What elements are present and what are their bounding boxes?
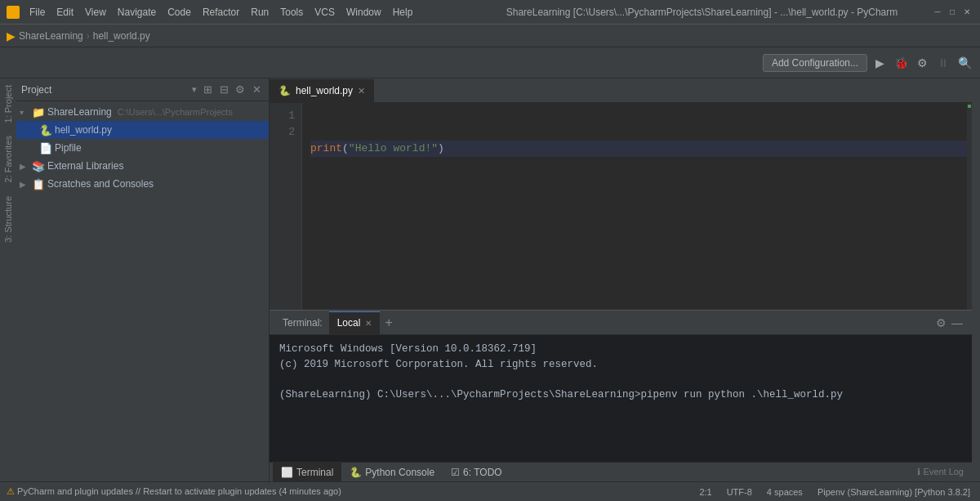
editor-tabs: 🐍 hell_world.py ✕ — [270, 78, 972, 103]
statusbar-indent[interactable]: 4 spaces — [764, 487, 806, 497]
menu-navigate[interactable]: Navigate — [113, 5, 161, 20]
terminal-tabs-bar: Terminal: Local ✕ + ⚙ — — [270, 311, 972, 335]
titlebar: File Edit View Navigate Code Refactor Ru… — [0, 0, 980, 25]
python-file-icon: 🐍 — [39, 124, 52, 136]
terminal-line-1: Microsoft Windows [Version 10.0.18362.71… — [279, 342, 962, 357]
tree-label-hell-world: hell_world.py — [55, 124, 112, 136]
right-scrollbar[interactable] — [972, 78, 980, 481]
terminal-tab-icon: ⬜ — [281, 467, 293, 478]
terminal-content[interactable]: Microsoft Windows [Version 10.0.18362.71… — [270, 335, 972, 462]
event-log-btn[interactable]: ℹ Event Log — [912, 467, 969, 477]
collapse-icon[interactable]: ⊞ — [200, 83, 215, 97]
vtab-structure[interactable]: 3: Structure — [0, 190, 16, 249]
center-area: 🐍 hell_world.py ✕ 1 2 print("Hello world… — [270, 78, 972, 481]
tree-label-pipfile: Pipfile — [55, 142, 82, 154]
project-panel-header: Project ▾ ⊞ ⊟ ⚙ ✕ — [16, 78, 269, 101]
terminal-line-2: (c) 2019 Microsoft Corporation. All righ… — [279, 357, 962, 373]
statusbar: ⚠ PyCharm and plugin updates // Restart … — [0, 481, 980, 501]
breadcrumb-sep: › — [87, 30, 90, 42]
tree-sublabel-root: C:\Users\...\PycharmProjects — [118, 107, 233, 117]
maximize-button[interactable]: □ — [946, 6, 959, 19]
event-log-label: Event Log — [923, 467, 964, 476]
menu-run[interactable]: Run — [246, 5, 274, 20]
editor-tab-label: hell_world.py — [296, 85, 353, 96]
menu-bar: File Edit View Navigate Code Refactor Ru… — [24, 5, 473, 20]
folder-icon: 📁 — [32, 106, 45, 119]
tab-python-icon: 🐍 — [278, 85, 291, 96]
breadcrumb-file[interactable]: hell_world.py — [93, 30, 150, 42]
window-controls: ─ □ ✕ — [931, 6, 973, 19]
statusbar-encoding[interactable]: UTF-8 — [724, 487, 755, 497]
terminal-tab-local-close[interactable]: ✕ — [365, 319, 372, 328]
search-button[interactable]: 🔍 — [956, 54, 973, 72]
add-configuration-button[interactable]: Add Configuration... — [763, 54, 867, 72]
terminal-new-tab-button[interactable]: + — [380, 315, 397, 330]
debug-button[interactable]: 🐞 — [892, 54, 910, 72]
pipfile-icon: 📄 — [39, 142, 52, 154]
tree-item-scratches[interactable]: ▶ 📋 Scratches and Consoles — [16, 175, 269, 193]
code-line-1: print("Hello world!") — [310, 141, 967, 157]
bottom-tab-terminal[interactable]: ⬜ Terminal — [273, 463, 341, 482]
close-button[interactable]: ✕ — [960, 6, 973, 19]
vtab-project[interactable]: 1: Project — [0, 78, 16, 129]
code-content[interactable]: print("Hello world!") — [302, 103, 967, 310]
code-line-2 — [310, 190, 967, 206]
tree-arrow-scratches: ▶ — [20, 180, 29, 189]
bottom-tab-python-label: Python Console — [365, 467, 434, 478]
editor-tab-hell-world[interactable]: 🐍 hell_world.py ✕ — [270, 79, 374, 102]
menu-file[interactable]: File — [24, 5, 50, 20]
menu-window[interactable]: Window — [341, 5, 386, 20]
bottom-tab-todo[interactable]: ☑ 6: TODO — [443, 463, 510, 482]
editor-tab-close[interactable]: ✕ — [358, 86, 365, 96]
statusbar-cursor[interactable]: 2:1 — [696, 487, 715, 497]
menu-refactor[interactable]: Refactor — [198, 5, 244, 20]
bottom-panel: Terminal: Local ✕ + ⚙ — Microsoft Window… — [270, 310, 972, 481]
terminal-tab-local-label: Local — [337, 317, 361, 329]
terminal-prompt: (ShareLearning) C:\Users\...\PycharmProj… — [279, 389, 843, 400]
tree-label-root: ShareLearning — [47, 106, 112, 118]
project-tree: ▾ 📁 ShareLearning C:\Users\...\PycharmPr… — [16, 101, 269, 481]
hide-icon[interactable]: ✕ — [249, 83, 264, 97]
project-panel-title: Project — [21, 84, 189, 96]
breadcrumb-root[interactable]: ShareLearning — [19, 30, 83, 42]
run-button[interactable]: ▶ — [871, 54, 889, 72]
window-title: ShareLearning [C:\Users\...\PycharmProje… — [478, 7, 926, 18]
code-editor[interactable]: 1 2 print("Hello world!") — [270, 103, 972, 310]
terminal-line-4: (ShareLearning) C:\Users\...\PycharmProj… — [279, 387, 962, 403]
tree-item-pipfile[interactable]: 📄 Pipfile — [16, 139, 269, 157]
project-header-icons: ⊞ ⊟ ⚙ ✕ — [200, 83, 264, 97]
statusbar-right: 2:1 UTF-8 4 spaces Pipenv (ShareLearning… — [696, 487, 973, 497]
scratches-icon: 📋 — [32, 178, 45, 190]
settings-icon[interactable]: ⚙ — [233, 83, 247, 97]
bottom-tabs-bar: ⬜ Terminal 🐍 Python Console ☑ 6: TODO ℹ — [270, 462, 972, 481]
app-icon-small: ▶ — [7, 29, 16, 42]
menu-edit[interactable]: Edit — [51, 5, 78, 20]
minimize-button[interactable]: ─ — [931, 6, 944, 19]
event-log-icon: ℹ — [917, 467, 920, 476]
bottom-tabs-right: ℹ Event Log — [912, 467, 969, 477]
menu-vcs[interactable]: VCS — [310, 5, 340, 20]
project-dropdown[interactable]: ▾ — [192, 84, 197, 95]
line-num-2: 2 — [270, 124, 295, 141]
tree-item-ext-libs[interactable]: ▶ 📚 External Libraries — [16, 157, 269, 175]
statusbar-interpreter[interactable]: Pipenv (ShareLearning) [Python 3.8.2] — [814, 487, 973, 497]
line-numbers: 1 2 — [270, 103, 302, 310]
tree-arrow-ext: ▶ — [20, 162, 29, 171]
profile-button[interactable]: ⏸ — [934, 54, 952, 72]
statusbar-message-text[interactable]: PyCharm and plugin updates // Restart to… — [17, 486, 341, 496]
terminal-tab-local[interactable]: Local ✕ — [329, 311, 381, 334]
vtab-favorites[interactable]: 2: Favorites — [0, 129, 16, 189]
tree-item-hell-world[interactable]: 🐍 hell_world.py — [16, 121, 269, 139]
menu-help[interactable]: Help — [388, 5, 418, 20]
bottom-tab-python-console[interactable]: 🐍 Python Console — [341, 463, 443, 482]
left-vertical-tabs: 1: Project 2: Favorites 3: Structure — [0, 78, 16, 481]
menu-code[interactable]: Code — [163, 5, 196, 20]
coverage-button[interactable]: ⚙ — [913, 54, 931, 72]
menu-tools[interactable]: Tools — [275, 5, 308, 20]
menu-view[interactable]: View — [80, 5, 111, 20]
filter-icon[interactable]: ⊟ — [216, 83, 231, 97]
terminal-settings-icon[interactable]: ⚙ — [933, 315, 949, 331]
terminal-hide-icon[interactable]: — — [949, 315, 965, 331]
tree-item-root[interactable]: ▾ 📁 ShareLearning C:\Users\...\PycharmPr… — [16, 103, 269, 121]
app-icon — [7, 6, 20, 19]
